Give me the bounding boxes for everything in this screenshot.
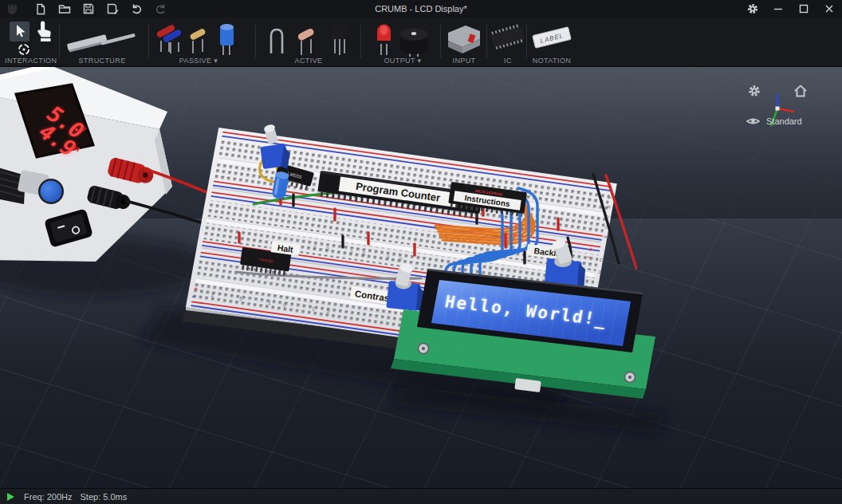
group-label-active: ACTIVE — [265, 57, 352, 65]
settings-gear-icon[interactable] — [740, 0, 765, 18]
play-icon[interactable] — [7, 493, 14, 501]
ic-chip-item[interactable] — [490, 26, 525, 48]
toolbar-group-ic: IC — [488, 18, 528, 67]
group-label-output: OUTPUT — [384, 57, 415, 65]
undo-button[interactable] — [128, 0, 145, 18]
title-bar: CRUMB - LCD Display* — [0, 0, 842, 18]
toolbar-group-input: INPUT — [443, 18, 485, 67]
passive-dropdown-caret[interactable]: ▾ — [214, 57, 218, 65]
redo-button[interactable] — [151, 0, 169, 18]
minimize-button[interactable] — [765, 0, 791, 18]
output-dropdown-caret[interactable]: ▾ — [418, 57, 422, 65]
open-file-button[interactable] — [56, 0, 73, 18]
capacitor-item[interactable] — [220, 24, 234, 55]
scene-viewport[interactable]: 5.0 5.0 V 4.9 4.9 mA — [0, 67, 842, 488]
jumper-wire-item[interactable] — [271, 30, 282, 53]
maximize-button[interactable] — [791, 0, 816, 18]
group-label-ic: IC — [488, 57, 528, 65]
select-tool-button[interactable] — [10, 22, 30, 41]
toolbar-group-active: ACTIVE — [265, 18, 352, 67]
switch-item[interactable] — [448, 26, 480, 53]
status-bar: Freq: 200Hz Step: 5.0ms — [0, 488, 842, 504]
label-item[interactable]: LABEL — [533, 27, 572, 49]
group-label-interaction: INTERACTION — [5, 57, 56, 65]
interact-tool-button[interactable] — [33, 21, 53, 45]
window-title: CRUMB - LCD Display* — [0, 0, 842, 18]
group-label-input: INPUT — [443, 57, 485, 65]
save-as-button[interactable] — [104, 0, 121, 18]
toolbar-group-passive: PASSIVE ▾ — [155, 18, 242, 67]
view-preset-label[interactable]: Standard — [766, 116, 802, 126]
cursor-arrow-icon — [10, 22, 30, 41]
crumb-app: CRUMB - LCD Display* — [0, 0, 842, 504]
close-button[interactable] — [816, 0, 842, 18]
sim-step: Step: 5.0ms — [81, 492, 128, 502]
toolbar-group-interaction: INTERACTION — [5, 18, 56, 67]
toolbar-group-notation: LABEL NOTATION — [529, 18, 574, 67]
buzzer-item[interactable] — [400, 28, 427, 57]
save-button[interactable] — [80, 0, 97, 18]
component-toolbar: INTERACTION STRUCTURE — [0, 18, 842, 67]
group-label-structure: STRUCTURE — [65, 57, 139, 65]
eye-icon[interactable] — [746, 116, 760, 126]
sim-frequency: Freq: 200Hz — [24, 492, 73, 502]
new-file-button[interactable] — [32, 0, 49, 18]
group-label-notation: NOTATION — [529, 57, 574, 65]
app-logo-icon — [3, 0, 21, 18]
toolbar-group-structure: STRUCTURE — [65, 18, 139, 67]
viewport-controls: Standard — [746, 75, 834, 136]
diode-item[interactable] — [189, 28, 206, 53]
transistor-item[interactable] — [332, 24, 347, 55]
crosshair-icon — [16, 41, 32, 57]
resistor-item[interactable] — [156, 24, 183, 53]
led-item[interactable] — [377, 25, 391, 56]
thermistor-item[interactable] — [297, 27, 315, 55]
toolbar-group-output: OUTPUT ▾ — [368, 18, 437, 67]
group-label-passive: PASSIVE — [179, 57, 212, 65]
hand-pointer-icon — [33, 21, 53, 42]
